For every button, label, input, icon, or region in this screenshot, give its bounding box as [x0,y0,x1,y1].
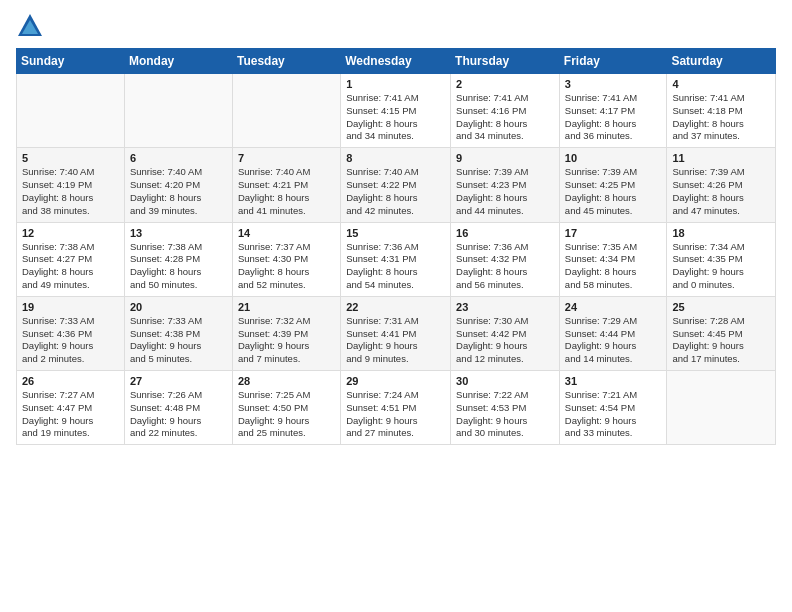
calendar-cell [17,74,125,148]
day-number: 30 [456,375,554,387]
day-info: Sunrise: 7:40 AM Sunset: 4:21 PM Dayligh… [238,166,335,217]
day-number: 1 [346,78,445,90]
weekday-header: Tuesday [232,49,340,74]
calendar-cell: 6Sunrise: 7:40 AM Sunset: 4:20 PM Daylig… [124,148,232,222]
calendar-cell: 14Sunrise: 7:37 AM Sunset: 4:30 PM Dayli… [232,222,340,296]
weekday-header: Monday [124,49,232,74]
day-number: 5 [22,152,119,164]
weekday-header: Thursday [451,49,560,74]
calendar-cell: 21Sunrise: 7:32 AM Sunset: 4:39 PM Dayli… [232,296,340,370]
calendar-cell: 11Sunrise: 7:39 AM Sunset: 4:26 PM Dayli… [667,148,776,222]
calendar-cell: 24Sunrise: 7:29 AM Sunset: 4:44 PM Dayli… [559,296,667,370]
day-number: 3 [565,78,662,90]
day-info: Sunrise: 7:33 AM Sunset: 4:38 PM Dayligh… [130,315,227,366]
day-info: Sunrise: 7:41 AM Sunset: 4:18 PM Dayligh… [672,92,770,143]
calendar-cell: 15Sunrise: 7:36 AM Sunset: 4:31 PM Dayli… [341,222,451,296]
day-info: Sunrise: 7:26 AM Sunset: 4:48 PM Dayligh… [130,389,227,440]
calendar-cell: 26Sunrise: 7:27 AM Sunset: 4:47 PM Dayli… [17,371,125,445]
weekday-header: Saturday [667,49,776,74]
day-number: 23 [456,301,554,313]
calendar-week-row: 5Sunrise: 7:40 AM Sunset: 4:19 PM Daylig… [17,148,776,222]
day-info: Sunrise: 7:30 AM Sunset: 4:42 PM Dayligh… [456,315,554,366]
day-number: 10 [565,152,662,164]
day-number: 21 [238,301,335,313]
day-info: Sunrise: 7:36 AM Sunset: 4:31 PM Dayligh… [346,241,445,292]
calendar-cell: 31Sunrise: 7:21 AM Sunset: 4:54 PM Dayli… [559,371,667,445]
calendar-week-row: 1Sunrise: 7:41 AM Sunset: 4:15 PM Daylig… [17,74,776,148]
calendar-cell: 19Sunrise: 7:33 AM Sunset: 4:36 PM Dayli… [17,296,125,370]
day-number: 9 [456,152,554,164]
calendar-week-row: 19Sunrise: 7:33 AM Sunset: 4:36 PM Dayli… [17,296,776,370]
calendar-cell: 4Sunrise: 7:41 AM Sunset: 4:18 PM Daylig… [667,74,776,148]
day-info: Sunrise: 7:39 AM Sunset: 4:26 PM Dayligh… [672,166,770,217]
calendar-cell: 9Sunrise: 7:39 AM Sunset: 4:23 PM Daylig… [451,148,560,222]
calendar-cell: 30Sunrise: 7:22 AM Sunset: 4:53 PM Dayli… [451,371,560,445]
day-number: 29 [346,375,445,387]
day-number: 20 [130,301,227,313]
calendar-cell [667,371,776,445]
header [16,12,776,40]
day-number: 24 [565,301,662,313]
day-info: Sunrise: 7:24 AM Sunset: 4:51 PM Dayligh… [346,389,445,440]
calendar-cell: 3Sunrise: 7:41 AM Sunset: 4:17 PM Daylig… [559,74,667,148]
day-info: Sunrise: 7:33 AM Sunset: 4:36 PM Dayligh… [22,315,119,366]
weekday-header: Wednesday [341,49,451,74]
day-number: 12 [22,227,119,239]
calendar-cell: 28Sunrise: 7:25 AM Sunset: 4:50 PM Dayli… [232,371,340,445]
calendar-cell: 12Sunrise: 7:38 AM Sunset: 4:27 PM Dayli… [17,222,125,296]
day-number: 8 [346,152,445,164]
day-number: 13 [130,227,227,239]
logo [16,12,48,40]
day-info: Sunrise: 7:41 AM Sunset: 4:15 PM Dayligh… [346,92,445,143]
calendar-cell: 13Sunrise: 7:38 AM Sunset: 4:28 PM Dayli… [124,222,232,296]
day-number: 27 [130,375,227,387]
day-number: 7 [238,152,335,164]
day-number: 18 [672,227,770,239]
calendar-cell: 18Sunrise: 7:34 AM Sunset: 4:35 PM Dayli… [667,222,776,296]
day-info: Sunrise: 7:38 AM Sunset: 4:28 PM Dayligh… [130,241,227,292]
calendar-cell: 23Sunrise: 7:30 AM Sunset: 4:42 PM Dayli… [451,296,560,370]
day-info: Sunrise: 7:41 AM Sunset: 4:16 PM Dayligh… [456,92,554,143]
day-number: 11 [672,152,770,164]
day-number: 22 [346,301,445,313]
calendar-table: SundayMondayTuesdayWednesdayThursdayFrid… [16,48,776,445]
day-number: 17 [565,227,662,239]
day-number: 19 [22,301,119,313]
day-number: 25 [672,301,770,313]
day-number: 31 [565,375,662,387]
day-info: Sunrise: 7:39 AM Sunset: 4:25 PM Dayligh… [565,166,662,217]
day-info: Sunrise: 7:28 AM Sunset: 4:45 PM Dayligh… [672,315,770,366]
calendar-cell: 10Sunrise: 7:39 AM Sunset: 4:25 PM Dayli… [559,148,667,222]
day-number: 6 [130,152,227,164]
day-number: 16 [456,227,554,239]
day-number: 15 [346,227,445,239]
day-info: Sunrise: 7:32 AM Sunset: 4:39 PM Dayligh… [238,315,335,366]
day-info: Sunrise: 7:37 AM Sunset: 4:30 PM Dayligh… [238,241,335,292]
day-number: 4 [672,78,770,90]
calendar-cell: 1Sunrise: 7:41 AM Sunset: 4:15 PM Daylig… [341,74,451,148]
day-info: Sunrise: 7:29 AM Sunset: 4:44 PM Dayligh… [565,315,662,366]
day-info: Sunrise: 7:31 AM Sunset: 4:41 PM Dayligh… [346,315,445,366]
weekday-header: Friday [559,49,667,74]
day-info: Sunrise: 7:39 AM Sunset: 4:23 PM Dayligh… [456,166,554,217]
page: SundayMondayTuesdayWednesdayThursdayFrid… [0,0,792,612]
day-info: Sunrise: 7:40 AM Sunset: 4:19 PM Dayligh… [22,166,119,217]
calendar-cell: 7Sunrise: 7:40 AM Sunset: 4:21 PM Daylig… [232,148,340,222]
day-info: Sunrise: 7:22 AM Sunset: 4:53 PM Dayligh… [456,389,554,440]
day-info: Sunrise: 7:36 AM Sunset: 4:32 PM Dayligh… [456,241,554,292]
calendar-cell: 8Sunrise: 7:40 AM Sunset: 4:22 PM Daylig… [341,148,451,222]
calendar-cell: 16Sunrise: 7:36 AM Sunset: 4:32 PM Dayli… [451,222,560,296]
day-info: Sunrise: 7:25 AM Sunset: 4:50 PM Dayligh… [238,389,335,440]
day-info: Sunrise: 7:41 AM Sunset: 4:17 PM Dayligh… [565,92,662,143]
calendar-cell [232,74,340,148]
day-number: 28 [238,375,335,387]
calendar-cell: 29Sunrise: 7:24 AM Sunset: 4:51 PM Dayli… [341,371,451,445]
day-number: 2 [456,78,554,90]
calendar-cell: 2Sunrise: 7:41 AM Sunset: 4:16 PM Daylig… [451,74,560,148]
day-number: 14 [238,227,335,239]
day-info: Sunrise: 7:38 AM Sunset: 4:27 PM Dayligh… [22,241,119,292]
day-info: Sunrise: 7:35 AM Sunset: 4:34 PM Dayligh… [565,241,662,292]
logo-icon [16,12,44,40]
calendar-cell: 20Sunrise: 7:33 AM Sunset: 4:38 PM Dayli… [124,296,232,370]
day-info: Sunrise: 7:40 AM Sunset: 4:20 PM Dayligh… [130,166,227,217]
